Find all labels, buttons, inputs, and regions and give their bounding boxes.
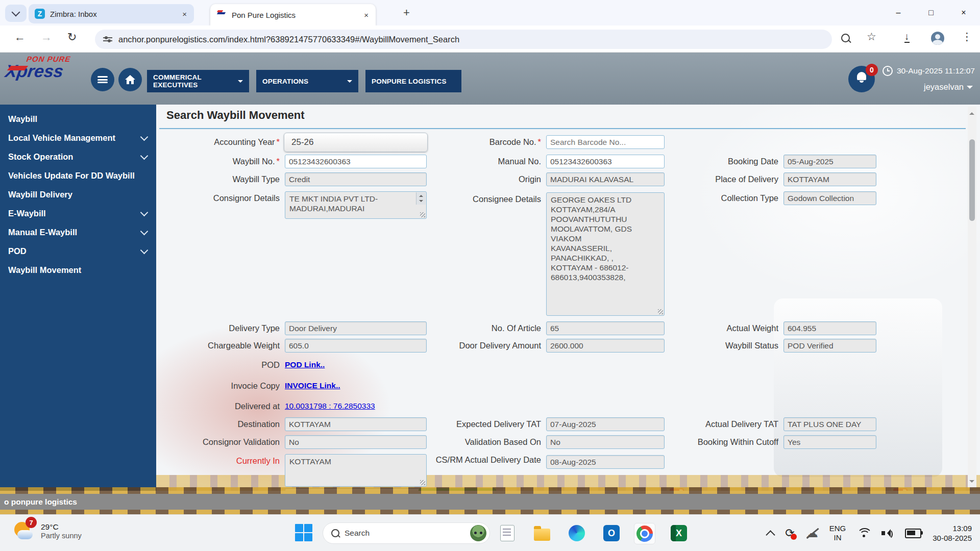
new-tab-button[interactable]: + [403,6,410,19]
minimize-button[interactable]: – [882,0,915,26]
downloads-icon[interactable]: ↓ [904,32,910,43]
vertical-scrollbar[interactable] [968,107,976,488]
expected-tat-label: Expected Delivery TAT [396,417,541,431]
bookmark-star-icon[interactable]: ☆ [867,31,876,43]
maximize-button[interactable]: □ [915,0,947,26]
weather-badge: 7 [26,517,37,528]
chrome-icon [633,522,656,545]
expected-tat-input[interactable] [546,417,665,431]
barcode-input[interactable] [546,135,665,149]
manual-no-label: Manual No. [396,155,541,168]
weather-temp: 29°C [41,522,82,532]
actual-tat-input[interactable] [783,417,876,431]
manual-no-input[interactable] [546,155,665,168]
volume-icon[interactable] [881,528,894,538]
barcode-label: Barcode No.* [396,135,541,149]
invoice-link[interactable]: INVOICE Link.. [285,381,340,390]
waybill-no-label: Waybill No.* [156,155,280,168]
sync-alert-dot [791,534,797,540]
booking-date-input[interactable] [783,155,876,168]
scroll-up-arrow-icon[interactable] [969,110,974,115]
pod-link[interactable]: POD Link.. [285,360,325,369]
sidebar-item-waybill-delivery[interactable]: Waybill Delivery [0,185,156,204]
zoom-icon[interactable] [841,34,850,42]
home-icon [125,74,136,85]
no-of-article-input[interactable] [546,321,665,335]
close-tab-icon[interactable]: × [181,10,188,18]
back-icon[interactable]: ← [14,31,26,44]
pod-label: POD [156,358,280,372]
taskbar-app-edge[interactable] [567,523,587,543]
origin-input[interactable] [546,172,665,186]
url-text[interactable]: anchor.ponpurelogistics.com/index.html?6… [118,35,459,44]
consignee-details-label: Consignee Details [396,192,541,206]
tab-ponpure[interactable]: Pon Pure Logistics × [210,4,376,26]
bell-icon [857,72,866,80]
taskbar-clock[interactable]: 13:0930-08-2025 [933,523,972,543]
actual-weight-label: Actual Weight [656,321,778,335]
nav-ponpure-logistics[interactable]: PONPURE LOGISTICS [365,70,461,92]
sidebar-item-waybill[interactable]: Waybill [0,110,156,129]
sidebar-item-waybill-movement[interactable]: Waybill Movement [0,261,156,280]
dropdown-arrow-icon [347,80,352,85]
taskbar-weather[interactable]: 7 29°C Partly sunny [13,520,82,542]
cs-rm-date-input[interactable] [546,455,665,469]
taskbar-app-excel[interactable]: X [669,523,689,543]
start-button[interactable] [295,524,312,541]
wifi-icon[interactable] [857,528,870,538]
scroll-down-arrow-icon[interactable] [969,480,974,485]
taskbar-app-notepad[interactable] [497,523,518,543]
nav-commercial-executives[interactable]: COMMERICAL EXECUTIVES [147,70,249,92]
waybill-status-input[interactable] [783,339,876,353]
consignor-details-label: Consignor Details [156,191,280,205]
sidebar-item-vehicles-update-dd-waybill[interactable]: Vehicles Update For DD Waybill [0,166,156,185]
sidebar-item-pod[interactable]: POD [0,242,156,261]
url-bar[interactable]: anchor.ponpurelogistics.com/index.html?6… [95,30,832,49]
booking-within-cutoff-input[interactable] [783,435,876,449]
resize-handle[interactable] [658,309,663,314]
browser-status-bar: o ponpure logistics [0,494,980,510]
consignee-details-textarea[interactable]: GEORGE OAKES LTD KOTTAYAM,284/A POOVANTH… [546,192,665,316]
tab-search-button[interactable] [5,5,27,22]
door-delivery-amount-input[interactable] [546,339,665,353]
close-tab-icon[interactable]: × [363,11,370,19]
sidebar-item-local-vehicle-management[interactable]: Local Vehicle Management [0,129,156,147]
taskbar-app-chrome-active[interactable] [634,523,655,544]
nav-operations[interactable]: OPERATIONS [256,70,358,92]
document-icon [500,525,514,541]
tab-title: Zimbra: Inbox [50,10,176,18]
site-info-icon[interactable] [103,36,112,43]
close-button[interactable]: × [947,0,980,26]
taskbar-app-outlook[interactable]: O [601,523,622,543]
reload-icon[interactable]: ↻ [67,31,77,44]
taskbar-app-file-explorer[interactable] [532,523,552,543]
tray-chevron-up-icon[interactable] [766,530,775,539]
delivered-at-link[interactable]: 10.0031798 : 76.2850333 [285,402,375,411]
chevron-down-icon [12,8,20,17]
forward-icon[interactable]: → [41,31,52,44]
profile-avatar[interactable] [931,32,944,45]
place-of-delivery-input[interactable] [783,172,876,186]
battery-icon[interactable] [905,529,921,538]
menu-kebab-icon[interactable]: ⋮ [962,31,972,43]
tab-zimbra[interactable]: Z Zimbra: Inbox × [29,4,194,23]
home-button[interactable] [118,68,142,91]
sync-icon[interactable]: ⟳ [785,528,794,539]
hamburger-menu-button[interactable] [91,68,114,91]
tab-strip: Z Zimbra: Inbox × Pon Pure Logistics × +… [0,0,980,26]
resize-handle[interactable] [420,212,425,217]
actual-weight-input[interactable] [783,321,876,335]
resize-handle[interactable] [420,480,425,485]
user-menu[interactable]: jeyaselvan [924,82,973,92]
sidebar-item-stock-operation[interactable]: Stock Operation [0,147,156,166]
language-indicator[interactable]: ENGIN [829,524,846,542]
onedrive-offline-icon[interactable]: ☁ [806,527,818,539]
taskbar-search[interactable]: Search [323,522,490,544]
notifications-button[interactable]: 0 [848,66,875,92]
sidebar-item-e-waybill[interactable]: E-Waybill [0,204,156,223]
sidebar-item-manual-e-waybill[interactable]: Manual E-Waybill [0,223,156,242]
collection-type-input[interactable] [783,191,876,205]
validation-based-on-input[interactable] [546,435,665,449]
scrollbar-thumb[interactable] [969,139,975,221]
destination-label: Destination [156,417,280,431]
